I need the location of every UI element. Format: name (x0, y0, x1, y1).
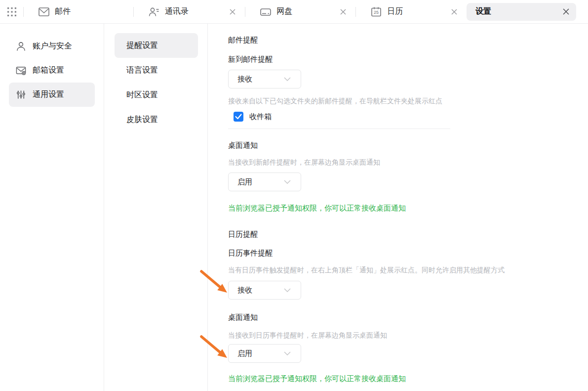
tab-separator (245, 7, 245, 17)
mail-gear-icon (16, 65, 26, 76)
tab-settings-active[interactable]: 设置 (467, 3, 576, 21)
sidebar-item-label: 账户与安全 (33, 41, 72, 51)
calendar-event-reminder-help: 当有日历事件触发提醒时，在右上角顶栏「通知」处展示红点。同时允许启用其他提醒方式 (228, 265, 588, 275)
new-mail-reminder-help: 接收来自以下已勾选文件夹的新邮件提醒，在导航栏文件夹处展示红点 (228, 96, 588, 106)
sliders-icon (16, 89, 26, 100)
calendar-desktop-notification-help: 当接收到日历事件提醒时，在屏幕边角显示桌面通知 (228, 330, 588, 341)
subnav-item-language-settings[interactable]: 语言设置 (115, 58, 198, 83)
mail-desktop-notification-select[interactable]: 启用 (228, 173, 301, 191)
settings-sidebar: 账户与安全 邮箱设置 (0, 24, 104, 391)
new-mail-reminder-value: 接收 (237, 75, 252, 84)
drive-icon (260, 6, 272, 18)
mail-reminder-section-title: 邮件提醒 (228, 35, 588, 45)
subnav-item-label: 皮肤设置 (126, 115, 158, 125)
tab-contacts[interactable]: 通讯录 (133, 0, 245, 24)
sidebar-item-mailbox-settings[interactable]: 邮箱设置 (9, 58, 95, 83)
section-divider (228, 129, 450, 129)
body: 账户与安全 邮箱设置 (0, 24, 588, 391)
tab-drive[interactable]: 网盘 (245, 0, 355, 24)
user-icon (16, 41, 26, 51)
mail-settings-app: 邮件 通讯录 (0, 0, 588, 391)
inbox-checkbox[interactable] (234, 112, 243, 122)
calendar-icon: 25 (370, 6, 382, 18)
sidebar-item-account-security[interactable]: 账户与安全 (9, 34, 95, 58)
new-mail-reminder-select[interactable]: 接收 (228, 70, 301, 88)
chevron-down-icon (284, 77, 291, 81)
subnav-item-label: 时区设置 (126, 90, 158, 100)
mail-permission-status-text: 当前浏览器已授予通知权限，你可以正常接收桌面通知 (228, 203, 588, 213)
mail-desktop-notification-label: 桌面通知 (228, 140, 588, 150)
calendar-event-reminder-label: 日历事件提醒 (228, 248, 588, 258)
calendar-desktop-notification-value: 启用 (237, 349, 252, 358)
tab-drive-close-icon[interactable] (340, 8, 347, 15)
sidebar-item-general-settings[interactable]: 通用设置 (9, 83, 95, 107)
tab-mail[interactable]: 邮件 (23, 0, 133, 24)
tab-calendar-label: 日历 (387, 6, 403, 17)
inbox-checkbox-row: 收件箱 (234, 112, 588, 122)
tab-settings: 设置 (467, 0, 588, 24)
subnav-item-label: 语言设置 (126, 65, 158, 76)
mail-desktop-notification-help: 当接收到新邮件提醒时，在屏幕边角显示桌面通知 (228, 157, 588, 168)
calendar-desktop-notification-select[interactable]: 启用 (228, 344, 301, 363)
calendar-permission-status-text: 当前浏览器已授予通知权限，你可以正常接收桌面通知 (228, 373, 588, 384)
calendar-day-number: 25 (370, 10, 382, 15)
contacts-icon (148, 6, 160, 18)
reminder-settings-panel: 邮件提醒 新到邮件提醒 接收 接收来自以下已勾选文件夹的新邮件提醒，在导航栏文件… (208, 24, 588, 391)
tab-contacts-label: 通讯录 (165, 6, 189, 17)
tab-separator (133, 7, 134, 17)
subnav-item-skin-settings[interactable]: 皮肤设置 (115, 107, 198, 132)
subnav-item-label: 提醒设置 (126, 41, 158, 51)
tab-settings-close-icon[interactable] (562, 8, 569, 15)
tab-contacts-close-icon[interactable] (229, 8, 236, 15)
tab-separator (23, 7, 24, 17)
tab-calendar[interactable]: 25 日历 (355, 0, 467, 24)
sidebar-item-label: 邮箱设置 (33, 65, 64, 76)
calendar-reminder-section-title: 日历提醒 (228, 229, 588, 239)
topbar: 邮件 通讯录 (0, 0, 588, 24)
chevron-down-icon (284, 180, 291, 184)
mail-desktop-notification-value: 启用 (237, 177, 252, 187)
tab-mail-label: 邮件 (55, 6, 71, 17)
tab-calendar-close-icon[interactable] (451, 8, 458, 15)
chevron-down-icon (284, 351, 291, 355)
general-settings-subnav: 提醒设置 语言设置 时区设置 皮肤设置 (104, 24, 208, 391)
tab-separator (355, 7, 356, 17)
mail-icon (38, 6, 50, 18)
inbox-checkbox-label: 收件箱 (249, 112, 272, 122)
calendar-event-reminder-value: 接收 (237, 286, 252, 295)
subnav-item-reminder-settings[interactable]: 提醒设置 (115, 33, 198, 58)
calendar-event-reminder-select[interactable]: 接收 (228, 281, 301, 300)
sidebar-item-label: 通用设置 (33, 89, 64, 100)
calendar-desktop-notification-label: 桌面通知 (228, 312, 588, 322)
tab-drive-label: 网盘 (276, 6, 292, 17)
tab-settings-label: 设置 (475, 6, 491, 17)
apps-grid-icon (7, 7, 17, 17)
subnav-item-timezone-settings[interactable]: 时区设置 (115, 83, 198, 107)
new-mail-reminder-label: 新到邮件提醒 (228, 54, 588, 64)
apps-grid-button[interactable] (0, 0, 23, 24)
chevron-down-icon (284, 288, 291, 292)
